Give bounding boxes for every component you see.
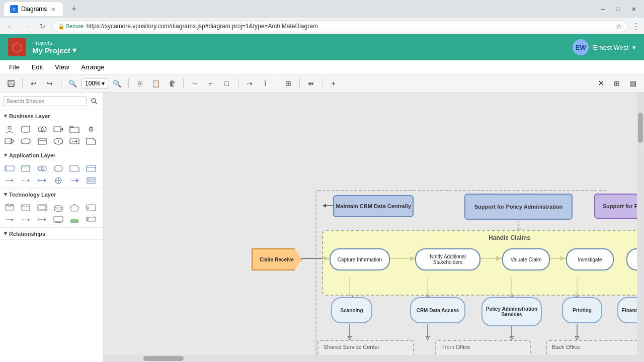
search-icon[interactable]: [89, 96, 100, 107]
investigate-node[interactable]: Investigate: [566, 248, 614, 270]
tech-shape-12[interactable]: [85, 214, 98, 225]
close-window-btn[interactable]: ✕: [627, 4, 640, 14]
shape-function[interactable]: f: [52, 136, 65, 147]
shape-collaboration[interactable]: [36, 124, 49, 135]
app-tab[interactable]: D Diagrams ✕: [4, 2, 63, 16]
menu-view[interactable]: View: [50, 61, 74, 73]
align-btn[interactable]: ⇹: [304, 76, 318, 90]
app-shape-4[interactable]: [52, 163, 65, 174]
business-layer-header[interactable]: ▾ Business Layer: [0, 110, 103, 122]
app-shape-6[interactable]: [85, 163, 98, 174]
shape-btn[interactable]: □: [220, 76, 234, 90]
shape-interface[interactable]: [85, 124, 98, 135]
panel-btn[interactable]: ▤: [626, 76, 640, 90]
minimize-btn[interactable]: ─: [597, 4, 610, 14]
v-scroll-thumb[interactable]: [638, 113, 643, 143]
save-btn[interactable]: [4, 76, 18, 90]
add-btn[interactable]: +: [327, 76, 341, 90]
tech-shape-4[interactable]: [52, 202, 65, 213]
canvas-area[interactable]: Maintain CRM Data Centrally Support for …: [103, 93, 644, 362]
printing-service[interactable]: Printing: [562, 297, 602, 323]
app-shape-5[interactable]: [68, 163, 81, 174]
zoom-in-btn[interactable]: 🔍: [110, 76, 124, 90]
app-shape-10[interactable]: [52, 175, 65, 186]
menu-arrange[interactable]: Arrange: [76, 61, 109, 73]
tech-shape-9[interactable]: [36, 214, 49, 225]
new-tab-btn[interactable]: +: [67, 2, 81, 16]
back-btn[interactable]: ←: [4, 20, 16, 32]
menu-edit[interactable]: Edit: [27, 61, 48, 73]
h-scroll-thumb[interactable]: [143, 356, 184, 361]
paste-btn[interactable]: 📋: [149, 76, 163, 90]
app-shape-11[interactable]: [68, 175, 81, 186]
app-shape-1[interactable]: [3, 163, 16, 174]
technology-layer-header[interactable]: ▾ Technology Layer: [0, 189, 103, 200]
user-section[interactable]: EW Ernest West ▾: [573, 39, 636, 55]
tech-shape-8[interactable]: [19, 214, 32, 225]
more-options-btn[interactable]: ⋮: [632, 22, 640, 31]
arrow-btn[interactable]: →: [188, 76, 202, 90]
tech-shape-2[interactable]: [19, 202, 32, 213]
group-btn[interactable]: ⊞: [281, 76, 295, 90]
redo-btn[interactable]: ↪: [43, 76, 57, 90]
user-dropdown-icon: ▾: [632, 44, 636, 51]
vertical-scrollbar[interactable]: [637, 93, 644, 362]
search-input[interactable]: [3, 96, 87, 106]
zoom-level[interactable]: 100% ▾: [82, 78, 108, 88]
application-layer-section: ▾ Application Layer App: [0, 149, 103, 189]
tech-shape-5[interactable]: [68, 202, 81, 213]
tab-close-btn[interactable]: ✕: [50, 6, 57, 13]
valuate-claim-node[interactable]: Valuate Claim: [502, 248, 550, 270]
horizontal-scrollbar[interactable]: [103, 355, 637, 362]
relationships-header[interactable]: ▾ Relationships: [0, 228, 103, 239]
shape-interaction[interactable]: [68, 136, 81, 147]
tech-shape-7[interactable]: [3, 214, 16, 225]
undo-btn[interactable]: ↩: [27, 76, 41, 90]
delete-btn[interactable]: 🗑: [165, 76, 179, 90]
shape-process[interactable]: [52, 124, 65, 135]
biz-maintain-crm[interactable]: Maintain CRM Data Centrally: [333, 195, 414, 217]
tech-shape-10[interactable]: [52, 214, 65, 225]
url-bar[interactable]: 🔒 Secure https://sycamore.vpository.com/…: [52, 20, 628, 32]
tech-shape-3[interactable]: [36, 202, 49, 213]
maximize-btn[interactable]: □: [612, 4, 625, 14]
split-view-btn[interactable]: ⊞: [610, 76, 624, 90]
tech-shape-6[interactable]: [85, 202, 98, 213]
project-name[interactable]: My Project ▾: [32, 46, 76, 55]
copy-btn[interactable]: ⎘: [133, 76, 147, 90]
close-diagram-btn[interactable]: ✕: [594, 76, 608, 90]
flow-btn[interactable]: ⇢: [243, 76, 257, 90]
forward-btn[interactable]: →: [20, 20, 32, 32]
sidebar-scroll: ▾ Business Layer f: [0, 110, 103, 362]
policy-admin-service[interactable]: Policy Administration Services: [481, 297, 542, 326]
tech-shape-1[interactable]: [3, 202, 16, 213]
shape-role[interactable]: [19, 124, 32, 135]
shape-actor[interactable]: [3, 124, 16, 135]
connector-btn[interactable]: ⌐: [204, 76, 218, 90]
app-shape-12[interactable]: App: [85, 175, 98, 186]
waypoint-btn[interactable]: ⌇: [259, 76, 273, 90]
application-layer-header[interactable]: ▾ Application Layer: [0, 149, 103, 161]
tech-shape-11[interactable]: [68, 214, 81, 225]
refresh-btn[interactable]: ↻: [36, 20, 48, 32]
menu-file[interactable]: File: [4, 61, 25, 73]
app-shape-3[interactable]: [36, 163, 49, 174]
shape-note[interactable]: [85, 136, 98, 147]
claim-receive-node[interactable]: Claim Receive: [252, 248, 302, 270]
app-shape-8[interactable]: [19, 175, 32, 186]
zoom-out-btn[interactable]: 🔍: [65, 76, 79, 90]
shape-object[interactable]: [36, 136, 49, 147]
crm-data-access-service[interactable]: CRM Data Access: [410, 297, 465, 323]
scanning-service[interactable]: Scanning: [331, 297, 372, 323]
shape-service[interactable]: [19, 136, 32, 147]
star-icon[interactable]: ☆: [616, 22, 622, 30]
notify-stakeholders-node[interactable]: Notify Additional Stakeholders: [415, 248, 480, 270]
app-shape-9[interactable]: [36, 175, 49, 186]
shape-event[interactable]: [3, 136, 16, 147]
app-shape-7[interactable]: [3, 175, 16, 186]
main-layout: ▾ Business Layer f: [0, 93, 644, 362]
app-shape-2[interactable]: [19, 163, 32, 174]
capture-information-node[interactable]: Capture Information: [330, 248, 390, 270]
biz-support-policy[interactable]: Support for Policy Administration: [464, 194, 573, 220]
shape-group[interactable]: [68, 124, 81, 135]
